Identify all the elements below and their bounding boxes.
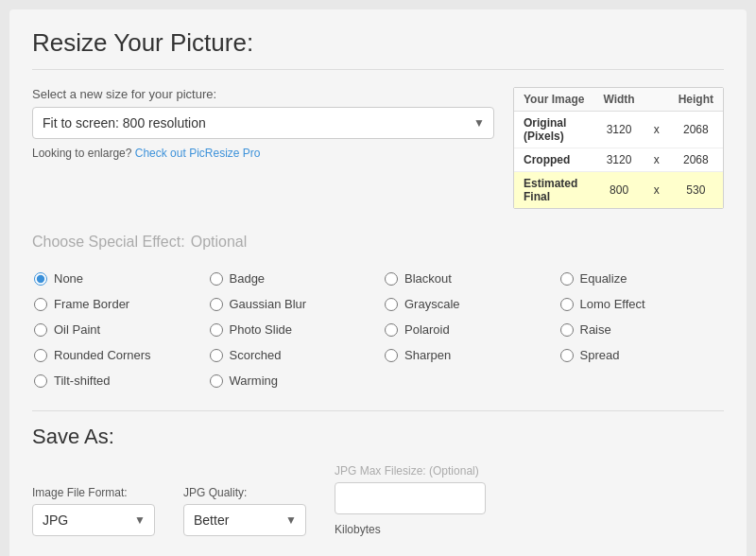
effect-label-blackout: Blackout	[404, 271, 452, 286]
effect-label-none: None	[54, 271, 83, 286]
effect-radio-badge[interactable]	[210, 272, 223, 286]
effect-option-tilt-shifted[interactable]: Tilt-shifted	[32, 370, 198, 391]
format-select[interactable]: JPG PNG GIF BMP	[32, 504, 155, 536]
effect-radio-rounded-corners[interactable]	[34, 349, 47, 362]
resize-section: Select a new size for your picture: Fit …	[32, 87, 724, 209]
effect-label-rounded-corners: Rounded Corners	[54, 348, 151, 362]
quality-select-wrap: Good Better Best ▼	[183, 504, 306, 536]
row-label-estimated: EstimatedFinal	[514, 172, 593, 209]
effect-label-oil-paint: Oil Paint	[54, 322, 100, 337]
effect-radio-blackout[interactable]	[385, 272, 398, 286]
effect-option-warming[interactable]: Warming	[208, 370, 374, 391]
effect-option-equalize[interactable]: Equalize	[558, 268, 725, 289]
effect-radio-polaroid[interactable]	[385, 323, 398, 337]
effect-label-badge: Badge	[230, 271, 266, 286]
effect-option-scorched[interactable]: Scorched	[208, 344, 374, 366]
table-row-estimated: EstimatedFinal 800 x 530	[514, 172, 723, 209]
row-width-estimated: 800	[593, 172, 644, 209]
save-section: Save As: Image File Format: JPG PNG GIF …	[32, 410, 724, 536]
row-height-original: 2068	[669, 112, 723, 148]
quality-field: JPG Quality: Good Better Best ▼	[183, 486, 306, 536]
col-header-x	[644, 88, 669, 112]
row-x-estimated: x	[644, 172, 669, 209]
enlarge-prefix: Looking to enlarge?	[32, 147, 131, 160]
effect-label-frame-border: Frame Border	[54, 297, 129, 311]
effect-option-blackout[interactable]: Blackout	[383, 268, 549, 289]
effect-radio-warming[interactable]	[210, 374, 223, 388]
resize-left: Select a new size for your picture: Fit …	[32, 87, 494, 160]
effect-label-raise: Raise	[580, 322, 611, 337]
kilobytes-label: Kilobytes	[335, 523, 486, 536]
image-info-table: Your Image Width Height Original(Pixels)…	[513, 87, 724, 209]
row-x-original: x	[644, 112, 669, 148]
effect-radio-gaussian-blur[interactable]	[210, 298, 223, 311]
enlarge-text: Looking to enlarge? Check out PicResize …	[32, 147, 494, 160]
format-field: Image File Format: JPG PNG GIF BMP ▼	[32, 486, 155, 536]
effect-option-none[interactable]: None	[32, 268, 198, 289]
effect-label-equalize: Equalize	[580, 271, 627, 286]
effect-option-spread[interactable]: Spread	[558, 344, 725, 366]
row-x-cropped: x	[644, 148, 669, 172]
filesize-label-text: JPG Max Filesize:	[335, 464, 426, 478]
table-row: Original(Pixels) 3120 x 2068	[514, 112, 723, 148]
quality-select[interactable]: Good Better Best	[183, 504, 306, 536]
effect-option-oil-paint[interactable]: Oil Paint	[32, 319, 198, 340]
format-select-wrap: JPG PNG GIF BMP ▼	[32, 504, 155, 536]
effect-radio-sharpen[interactable]	[385, 349, 398, 362]
effects-section-title: Choose Special Effect: Optional	[32, 228, 724, 252]
effect-radio-scorched[interactable]	[210, 349, 223, 362]
resize-select[interactable]: Fit to screen: 800 resolution Fit to scr…	[32, 107, 494, 139]
effect-label-sharpen: Sharpen	[404, 348, 451, 362]
row-width-original: 3120	[593, 112, 644, 148]
effect-option-rounded-corners[interactable]: Rounded Corners	[32, 344, 198, 366]
effect-radio-equalize[interactable]	[560, 272, 574, 286]
filesize-label: JPG Max Filesize: (Optional)	[335, 464, 486, 478]
col-header-width: Width	[593, 88, 644, 112]
resize-select-wrap: Fit to screen: 800 resolution Fit to scr…	[32, 107, 494, 139]
effects-title-text: Choose Special Effect:	[32, 234, 185, 250]
effect-option-frame-border[interactable]: Frame Border	[32, 293, 198, 315]
effect-label-spread: Spread	[580, 348, 620, 362]
enlarge-link[interactable]: Check out PicResize Pro	[135, 147, 261, 160]
effect-option-polaroid[interactable]: Polaroid	[383, 319, 549, 340]
col-header-label: Your Image	[514, 88, 593, 112]
effect-radio-tilt-shifted[interactable]	[34, 374, 47, 388]
row-height-cropped: 2068	[669, 148, 723, 172]
page-title: Resize Your Picture:	[32, 28, 724, 70]
effect-option-gaussian-blur[interactable]: Gaussian Blur	[208, 293, 374, 315]
save-title: Save As:	[32, 410, 724, 449]
effect-radio-lomo-effect[interactable]	[560, 298, 574, 311]
effect-radio-raise[interactable]	[560, 323, 574, 337]
effects-grid: None Badge Blackout Equalize Frame Borde…	[32, 268, 724, 391]
effect-option-lomo-effect[interactable]: Lomo Effect	[558, 293, 725, 315]
row-height-estimated: 530	[669, 172, 723, 209]
effect-label-warming: Warming	[230, 374, 279, 388]
effect-option-photo-slide[interactable]: Photo Slide	[208, 319, 374, 340]
effect-option-raise[interactable]: Raise	[558, 319, 725, 340]
filesize-input[interactable]	[335, 482, 486, 514]
effect-label-gaussian-blur: Gaussian Blur	[230, 297, 307, 311]
effect-label-lomo-effect: Lomo Effect	[580, 297, 645, 311]
quality-label: JPG Quality:	[183, 486, 306, 499]
effect-radio-frame-border[interactable]	[34, 298, 47, 311]
col-header-height: Height	[669, 88, 723, 112]
effect-label-photo-slide: Photo Slide	[230, 322, 293, 337]
effect-option-grayscale[interactable]: Grayscale	[383, 293, 549, 315]
effect-option-badge[interactable]: Badge	[208, 268, 374, 289]
row-width-cropped: 3120	[593, 148, 644, 172]
effect-radio-photo-slide[interactable]	[210, 323, 223, 337]
row-label-cropped: Cropped	[514, 148, 593, 172]
effect-radio-grayscale[interactable]	[385, 298, 398, 311]
effect-option-sharpen[interactable]: Sharpen	[383, 344, 549, 366]
main-container: Resize Your Picture: Select a new size f…	[9, 9, 747, 556]
format-label: Image File Format:	[32, 486, 155, 499]
effect-radio-spread[interactable]	[560, 349, 574, 362]
effect-radio-none[interactable]	[34, 272, 47, 286]
effect-label-tilt-shifted: Tilt-shifted	[54, 374, 110, 388]
filesize-field: JPG Max Filesize: (Optional) Kilobytes	[335, 464, 486, 536]
filesize-optional-label: (Optional)	[429, 464, 479, 478]
effect-label-scorched: Scorched	[230, 348, 282, 362]
effect-label-polaroid: Polaroid	[404, 322, 450, 337]
resize-select-label: Select a new size for your picture:	[32, 87, 494, 101]
effect-radio-oil-paint[interactable]	[34, 323, 47, 337]
